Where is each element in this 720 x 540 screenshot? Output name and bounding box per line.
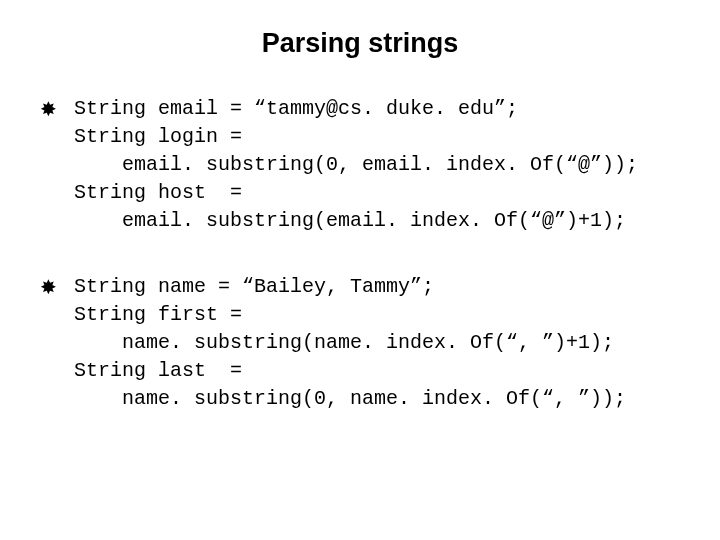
code-line: email. substring(email. index. Of(“@”)+1… xyxy=(122,207,680,235)
code-line: email. substring(0, email. index. Of(“@”… xyxy=(122,151,680,179)
code-line: String first = xyxy=(74,301,680,329)
slide: Parsing strings ✸ String email = “tammy@… xyxy=(0,0,720,540)
code-line: name. substring(0, name. index. Of(“, ”)… xyxy=(122,385,680,413)
bullet-icon: ✸ xyxy=(40,95,74,123)
code-block-2: ✸ String name = “Bailey, Tammy”; String … xyxy=(40,273,680,413)
code-line: String host = xyxy=(74,179,680,207)
bullet-icon: ✸ xyxy=(40,273,74,301)
bullet-item: ✸ String email = “tammy@cs. duke. edu”; xyxy=(40,95,680,123)
code-line: String email = “tammy@cs. duke. edu”; xyxy=(74,95,518,123)
bullet-item: ✸ String name = “Bailey, Tammy”; xyxy=(40,273,680,301)
code-line: name. substring(name. index. Of(“, ”)+1)… xyxy=(122,329,680,357)
code-line: String last = xyxy=(74,357,680,385)
slide-title: Parsing strings xyxy=(40,28,680,59)
code-line: String login = xyxy=(74,123,680,151)
code-block-1: ✸ String email = “tammy@cs. duke. edu”; … xyxy=(40,95,680,235)
code-line: String name = “Bailey, Tammy”; xyxy=(74,273,434,301)
